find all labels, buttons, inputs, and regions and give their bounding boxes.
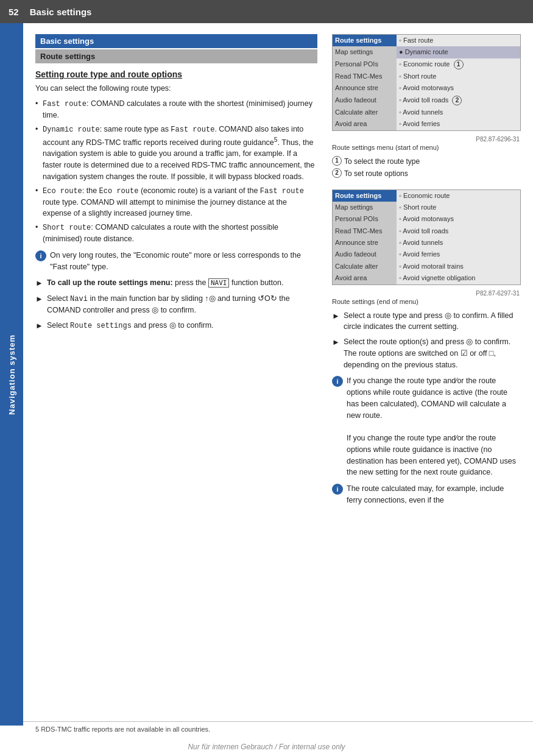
menu-left-1-7: Calculate alter — [333, 107, 397, 118]
menu-row-1-8: Avoid area ◦ Avoid ferries — [333, 118, 520, 130]
menu-left-2-1: Route settings — [333, 190, 397, 202]
menu-right-1-7: ◦ Avoid tunnels — [397, 107, 520, 118]
fast-route-term: Fast route — [43, 100, 86, 108]
menu-left-2-4: Read TMC-Mes — [333, 225, 397, 237]
menu-left-1-4: Read TMC-Mes — [333, 71, 397, 82]
menu-right-1-2: ● Dynamic route — [397, 46, 520, 58]
badge-2: 2 — [452, 96, 462, 105]
route-type-list: Fast route: COMAND calculates a route wi… — [35, 98, 317, 245]
menu-row-1-1: Route settings ◦ Fast route — [333, 35, 520, 46]
bullet-dynamic-route: Dynamic route: same route type as Fast r… — [35, 124, 317, 183]
intro-text: You can select the following route types… — [35, 83, 317, 94]
menu-row-2-4: Read TMC-Mes ◦ Avoid toll roads — [333, 225, 520, 237]
info-box-1: i On very long routes, the "Economic rou… — [35, 250, 317, 273]
menu-row-2-5: Announce stre ◦ Avoid tunnels — [333, 237, 520, 249]
menu-left-1-2: Map settings — [333, 46, 397, 58]
menu-table-1: Route settings ◦ Fast route Map settings… — [333, 35, 520, 130]
menu-left-1-1: Route settings — [333, 35, 397, 46]
menu-row-1-7: Calculate alter ◦ Avoid tunnels — [333, 107, 520, 118]
caption-label-1: To select the route type — [344, 156, 420, 167]
menu-row-2-3: Personal POIs ◦ Avoid motorways — [333, 213, 520, 225]
menu-left-1-5: Announce stre — [333, 82, 397, 94]
menu-screenshot-1: Route settings ◦ Fast route Map settings… — [332, 34, 521, 131]
sidebar-label: Navigation system — [0, 23, 23, 726]
menu-left-2-7: Calculate alter — [333, 261, 397, 272]
left-column: Basic settings Route settings Setting ro… — [35, 34, 317, 511]
badge-ref-2: 2 — [332, 168, 342, 178]
right-arrow-sym-2: ► — [332, 336, 340, 348]
menu-left-2-8: Avoid area — [333, 272, 397, 284]
bullet-eco-route: Eco route: the Eco route (economic route… — [35, 185, 317, 220]
menu-right-2-6: ◦ Avoid ferries — [397, 249, 520, 260]
menu-right-2-3: ◦ Avoid motorways — [397, 213, 520, 225]
info-box-3: i The route calculated may, for example,… — [332, 483, 521, 506]
info-text-3: The route calculated may, for example, i… — [347, 483, 521, 506]
section-title: Setting route type and route options — [35, 69, 317, 79]
menu-left-2-6: Audio fadeout — [333, 249, 397, 260]
menu-right-1-6: ◦ Avoid toll roads 2 — [397, 94, 520, 107]
right-arrow-text-2: Select the route option(s) and press ◎ t… — [344, 336, 521, 370]
info-icon-1: i — [35, 250, 46, 261]
arrow-sym-3: ► — [35, 320, 43, 332]
arrow-sym-1: ► — [35, 277, 43, 289]
info-text-2: If you change the route type and∕or the … — [347, 375, 521, 478]
header-bar: 52 Basic settings — [0, 0, 533, 23]
footnote-text: 5 RDS-TMC traffic reports are not availa… — [35, 726, 210, 733]
menu-right-1-4: ◦ Short route — [397, 71, 520, 82]
right-arrow-text-1: Select a route type and press ◎ to confi… — [344, 310, 521, 333]
right-arrow-sym-1: ► — [332, 310, 340, 322]
arrow-text-2: Select Navi in the main function bar by … — [47, 293, 317, 316]
menu-row-2-1: Route settings ◦ Economic route — [333, 190, 520, 202]
page-number: 52 — [9, 7, 19, 17]
sidebar-text: Navigation system — [7, 334, 16, 415]
eco-route-term: Eco route — [43, 187, 82, 196]
menu-right-2-4: ◦ Avoid toll roads — [397, 225, 520, 237]
menu-left-2-3: Personal POIs — [333, 213, 397, 225]
badge-1: 1 — [454, 60, 464, 69]
menu-row-2-8: Avoid area ◦ Avoid vignette obligation — [333, 272, 520, 284]
right-arrow-1: ► Select a route type and press ◎ to con… — [332, 310, 521, 333]
menu-caption-1: Route settings menu (start of menu) — [332, 144, 521, 151]
menu-right-2-1: ◦ Economic route — [397, 190, 520, 202]
img-ref-2: P82.87-6297-31 — [332, 290, 521, 297]
main-content: Basic settings Route settings Setting ro… — [23, 23, 533, 548]
menu-right-2-5: ◦ Avoid tunnels — [397, 237, 520, 249]
header-title: Basic settings — [30, 7, 92, 17]
right-column: Route settings ◦ Fast route Map settings… — [332, 34, 521, 511]
menu-left-1-8: Avoid area — [333, 118, 397, 130]
menu-right-1-8: ◦ Avoid ferries — [397, 118, 520, 130]
menu-caption-2: Route settings (end of menu) — [332, 298, 521, 305]
menu-right-2-2: ◦ Short route — [397, 202, 520, 213]
menu-table-2: Route settings ◦ Economic route Map sett… — [333, 190, 520, 284]
footnote: 5 RDS-TMC traffic reports are not availa… — [23, 721, 533, 737]
menu-row-1-5: Announce stre ◦ Avoid motorways — [333, 82, 520, 94]
menu-left-2-2: Map settings — [333, 202, 397, 213]
menu-row-2-2: Map settings ◦ Short route — [333, 202, 520, 213]
menu-left-1-6: Audio fadeout — [333, 94, 397, 107]
right-arrow-2: ► Select the route option(s) and press ◎… — [332, 336, 521, 370]
caption-badge-row-2: 2 To set route options — [332, 168, 521, 179]
menu-right-2-7: ◦ Avoid motorail trains — [397, 261, 520, 272]
caption-label-2: To set route options — [344, 168, 408, 179]
arrow-text-3: Select Route settings and press ◎ to con… — [47, 320, 214, 331]
eco-route-desc: : the Eco route (economic route) is a va… — [43, 186, 304, 218]
dynamic-route-term: Dynamic route — [43, 125, 100, 134]
arrow-item-1: ► To call up the route settings menu: pr… — [35, 277, 317, 289]
arrow-text-1: To call up the route settings menu: pres… — [47, 277, 284, 289]
info-text-1: On very long routes, the "Economic route… — [50, 250, 317, 273]
menu-row-1-2: Map settings ● Dynamic route — [333, 46, 520, 58]
bullet-fast-route: Fast route: COMAND calculates a route wi… — [35, 98, 317, 121]
menu-row-1-6: Audio fadeout ◦ Avoid toll roads 2 — [333, 94, 520, 107]
menu-right-2-8: ◦ Avoid vignette obligation — [397, 272, 520, 284]
watermark: Nur für internen Gebrauch / For internal… — [0, 743, 533, 751]
menu-screenshot-2: Route settings ◦ Economic route Map sett… — [332, 189, 521, 285]
menu-right-1-1: ◦ Fast route — [397, 35, 520, 46]
menu-left-2-5: Announce stre — [333, 237, 397, 249]
info-icon-3: i — [332, 484, 343, 495]
menu-left-1-3: Personal POIs — [333, 58, 397, 71]
bullet-short-route: Short route: COMAND calculates a route w… — [35, 222, 317, 245]
heading-route-settings: Route settings — [35, 49, 317, 63]
badge-ref-1: 1 — [332, 156, 342, 166]
menu-right-1-3: ◦ Economic route 1 — [397, 58, 520, 71]
caption-badge-row-1: 1 To select the route type — [332, 156, 521, 167]
